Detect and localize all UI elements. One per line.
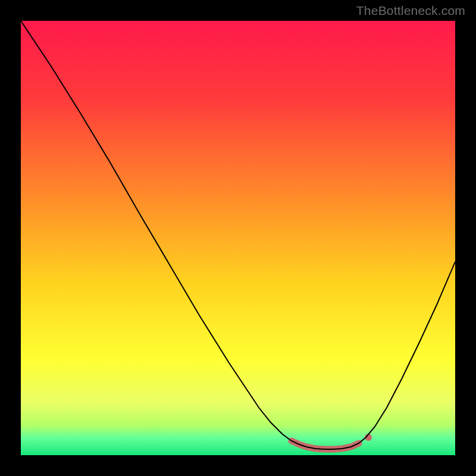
curve-line <box>21 21 455 449</box>
watermark-text: TheBottleneck.com <box>356 4 465 18</box>
chart-frame: TheBottleneck.com <box>0 0 476 476</box>
bottleneck-curve <box>21 21 455 455</box>
plot-area <box>21 21 455 455</box>
